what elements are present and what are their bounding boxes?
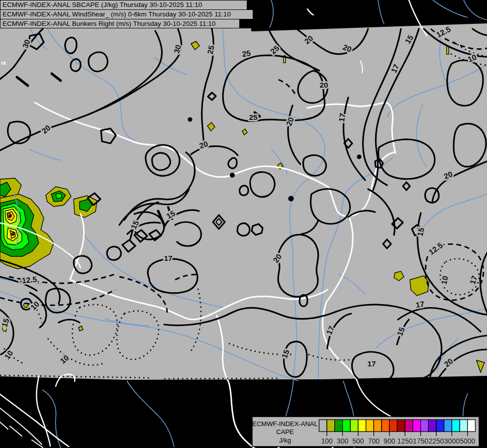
cape-legend: ECMWF-INDEX-ANAL CAPE J/kg 1003005007009… (252, 417, 479, 447)
header-line-bunkers-text: ECMWF-INDEX-ANAL Bunkers Right (m/s) Thu… (2, 20, 215, 27)
stray-map-text: ra (1, 60, 6, 66)
header-line-sbcape: ECMWF-INDEX-ANAL SBCAPE (J/kg) Thursday … (0, 0, 247, 10)
legend-tick-label: 5000 (460, 437, 475, 445)
contour-label: 17 (415, 300, 425, 309)
legend-color-cell (335, 420, 343, 432)
legend-color-cell (390, 420, 397, 432)
legend-color-cell (343, 420, 351, 432)
legend-color-cell (327, 420, 335, 432)
contour-label: 17 (164, 254, 172, 262)
legend-color-cell (460, 420, 468, 432)
model-domain (0, 23, 487, 380)
legend-units: J/kg (279, 437, 291, 444)
legend-color-cell (374, 420, 382, 432)
legend-color-cell (382, 420, 390, 432)
legend-color-cell (444, 420, 452, 432)
legend-color-cell (413, 420, 421, 432)
legend-color-cell (350, 420, 358, 432)
legend-color-cell (428, 420, 436, 432)
header-line-windshear-text: ECMWF-INDEX-ANAL WindShear_ (m/s) 0-6km … (2, 10, 231, 18)
legend-color-cell (397, 420, 405, 432)
legend-tick-label: 1250 (397, 437, 413, 445)
weather-chart-window: ra 303025252520201512.510201725202020172… (0, 0, 487, 448)
legend-tick-label: 900 (384, 437, 395, 445)
contour-label: 25 (242, 49, 252, 58)
legend-tick-label: 1750 (413, 437, 428, 445)
legend-color-cell (452, 420, 460, 432)
weather-map: ra 303025252520201512.510201725202020172… (0, 0, 487, 448)
legend-color-cell (436, 420, 444, 432)
legend-color-cell (405, 420, 413, 432)
contour-label: 10 (440, 275, 450, 285)
contour-label: 17 (367, 359, 376, 368)
legend-color-cell (358, 420, 366, 432)
legend-subtitle: CAPE (276, 428, 294, 436)
legend-tick-label: 100 (321, 437, 333, 445)
legend-color-cell (468, 420, 476, 432)
legend-tick-label: 2250 (428, 437, 444, 445)
header-line-sbcape-text: ECMWF-INDEX-ANAL SBCAPE (J/kg) Thursday … (2, 1, 202, 8)
legend-color-cell (319, 420, 327, 432)
contour-label: 25 (249, 113, 258, 121)
header-line-windshear: ECMWF-INDEX-ANAL WindShear_ (m/s) 0-6km … (0, 9, 253, 19)
legend-color-cell (421, 420, 429, 432)
legend-colorbar (319, 420, 476, 432)
legend-color-cell (366, 420, 374, 432)
legend-tick-label: 500 (352, 437, 364, 445)
contour-label: 20 (319, 81, 328, 89)
legend-title: ECMWF-INDEX-ANAL (252, 420, 317, 428)
header-line-bunkers: ECMWF-INDEX-ANAL Bunkers Right (m/s) Thu… (0, 19, 240, 28)
legend-tick-label: 300 (337, 437, 349, 445)
legend-tick-label: 700 (368, 437, 380, 445)
contour-label: 17 (337, 112, 347, 122)
legend-tick-label: 3000 (444, 437, 460, 445)
